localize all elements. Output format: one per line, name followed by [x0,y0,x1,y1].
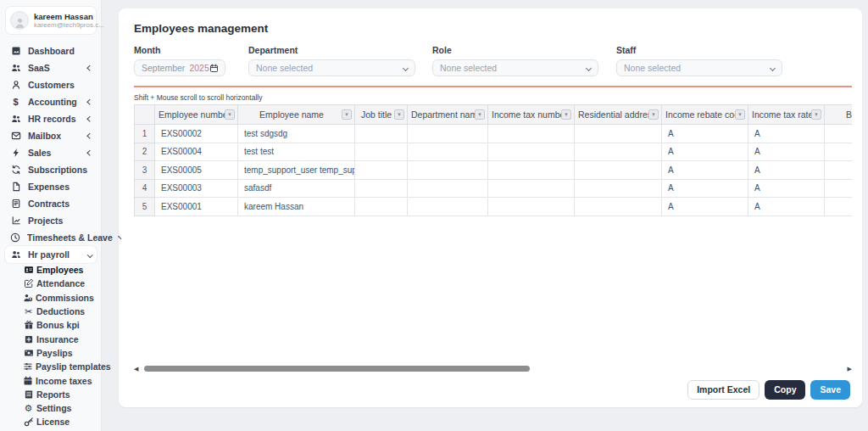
cell-income-rebate-code[interactable]: A [662,198,748,216]
cell-employee-name[interactable]: test sdgsdg [238,125,355,143]
sidebar-item-income-taxes[interactable]: Income taxes [5,373,97,387]
sidebar-item-contracts[interactable]: Contracts [5,195,97,212]
cell-income-tax-number[interactable] [488,125,575,143]
cell-department-name[interactable] [408,198,488,216]
sidebar-item-payslip-templates[interactable]: Payslip templates [5,360,97,373]
cell-department-name[interactable] [408,143,488,161]
row-number[interactable]: 1 [135,125,155,143]
column-header-income-tax-rate[interactable]: Income tax rate▼ [748,105,825,125]
column-filter-icon[interactable]: ▼ [648,109,659,120]
column-header-employee-name[interactable]: Employee name▼ [238,105,355,125]
column-header-income-tax-number[interactable]: Income tax number▼ [488,105,575,125]
column-filter-icon[interactable]: ▼ [394,109,404,120]
cell-job-title[interactable] [355,161,408,180]
cell-department-name[interactable] [408,161,488,180]
row-number[interactable]: 3 [135,161,155,180]
cell-department-name[interactable] [408,125,488,143]
column-header-job-title[interactable]: Job title▼ [355,105,408,125]
corner-cell[interactable] [135,105,155,125]
month-filter-input[interactable]: September2025 [134,59,225,76]
sidebar-item-settings[interactable]: ⚙Settings [5,401,97,415]
column-header-income-rebate-code[interactable]: Income rebate code▼ [662,105,748,125]
cell-bank-name[interactable] [825,125,853,143]
sidebar-item-timesheets-leave[interactable]: Timesheets & Leave [5,229,97,246]
cell-income-tax-rate[interactable]: A [748,179,825,198]
row-number[interactable]: 5 [135,198,155,216]
sidebar-item-reports[interactable]: Reports [5,388,97,401]
column-header-bank-name[interactable]: Bank name▼ [825,105,853,125]
cell-employee-number[interactable]: EXS00003 [155,179,238,198]
sidebar-item-hr-records[interactable]: HR records [5,110,97,127]
import-excel-button[interactable]: Import Excel [687,380,760,400]
cell-department-name[interactable] [408,179,488,198]
cell-residential-address[interactable] [575,125,662,143]
role-filter-select[interactable]: None selected [432,59,598,76]
cell-residential-address[interactable] [575,179,662,198]
sidebar-item-hr-payroll[interactable]: Hr payroll [5,246,97,263]
cell-residential-address[interactable] [575,143,662,161]
cell-bank-name[interactable] [825,198,853,216]
sidebar-item-dashboard[interactable]: Dashboard [5,42,97,59]
cell-job-title[interactable] [355,125,408,143]
save-button[interactable]: Save [810,380,850,400]
scrollbar-track[interactable] [142,366,844,372]
sidebar-item-sales[interactable]: Sales [5,144,97,161]
sidebar-item-accounting[interactable]: $Accounting [5,93,97,110]
column-filter-icon[interactable]: ▼ [342,109,352,120]
cell-residential-address[interactable] [575,161,662,180]
sidebar-item-deductions[interactable]: ✂Deductions [5,305,97,318]
sidebar-item-commissions[interactable]: $Commissions [5,291,97,305]
scrollbar-thumb[interactable] [144,366,530,372]
cell-job-title[interactable] [355,179,408,198]
sidebar-item-expenses[interactable]: Expenses [5,178,97,195]
row-number[interactable]: 2 [135,143,155,161]
cell-income-tax-rate[interactable]: A [748,143,825,161]
user-profile-card[interactable]: kareem Hassan kareem@tech9pros.c... [5,6,97,35]
cell-job-title[interactable] [355,198,408,216]
scroll-left-arrow[interactable]: ◀ [134,366,142,372]
sidebar-item-employees[interactable]: Employees [5,263,97,277]
column-header-residential-address[interactable]: Residential address▼ [575,105,662,125]
cell-employee-name[interactable]: temp_support_user temp_support_user [238,161,355,180]
sidebar-item-attendance[interactable]: Attendance [5,277,97,290]
cell-income-rebate-code[interactable]: A [662,125,748,143]
sidebar-item-bonus-kpi[interactable]: Bonus kpi [5,318,97,332]
column-header-employee-number[interactable]: Employee number▼ [155,105,238,125]
cell-income-rebate-code[interactable]: A [662,143,748,161]
sidebar-item-mailbox[interactable]: Mailbox [5,127,97,144]
sidebar-item-insurance[interactable]: Insurance [5,332,97,345]
cell-employee-number[interactable]: EXS00001 [155,198,238,216]
cell-employee-name[interactable]: safasdf [238,179,355,198]
horizontal-scrollbar[interactable]: ◀ ▶ [134,366,852,372]
cell-income-tax-number[interactable] [488,179,575,198]
sidebar-item-subscriptions[interactable]: Subscriptions [5,161,97,178]
cell-employee-name[interactable]: kareem Hassan [238,198,355,216]
column-filter-icon[interactable]: ▼ [475,109,485,120]
sidebar-item-saas[interactable]: SaaS [5,59,97,76]
sidebar-item-projects[interactable]: Projects [5,212,97,229]
cell-job-title[interactable] [355,143,408,161]
department-filter-select[interactable]: None selected [248,59,415,76]
cell-income-rebate-code[interactable]: A [662,161,748,180]
cell-employee-number[interactable]: EXS00004 [155,143,238,161]
column-filter-icon[interactable]: ▼ [735,109,745,120]
cell-employee-name[interactable]: test test [238,143,355,161]
sidebar-item-payslips[interactable]: Payslips [5,346,97,360]
cell-employee-number[interactable]: EXS00005 [155,161,238,180]
column-filter-icon[interactable]: ▼ [811,109,821,120]
scroll-right-arrow[interactable]: ▶ [844,366,852,372]
sidebar-item-license[interactable]: License [5,415,97,428]
cell-residential-address[interactable] [575,198,662,216]
cell-income-tax-number[interactable] [488,198,575,216]
cell-bank-name[interactable] [825,161,853,180]
cell-bank-name[interactable] [825,179,853,198]
cell-income-rebate-code[interactable]: A [662,179,748,198]
cell-income-tax-rate[interactable]: A [748,161,825,180]
row-number[interactable]: 4 [135,179,155,198]
cell-income-tax-number[interactable] [488,143,575,161]
cell-income-tax-rate[interactable]: A [748,198,825,216]
column-header-department-name[interactable]: Department name▼ [408,105,488,125]
staff-filter-select[interactable]: None selected [616,59,782,76]
copy-button[interactable]: Copy [765,380,805,400]
cell-income-tax-rate[interactable]: A [748,125,825,143]
